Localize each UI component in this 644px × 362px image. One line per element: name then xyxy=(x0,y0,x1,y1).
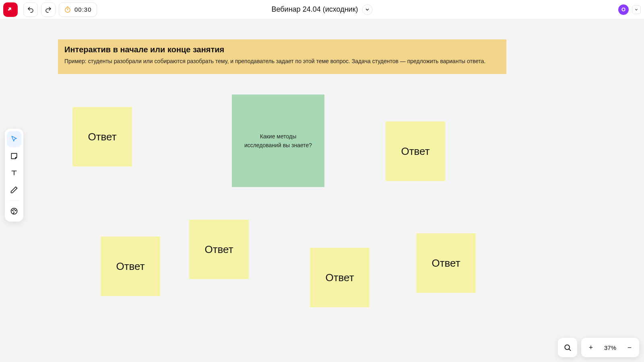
search-icon xyxy=(564,343,572,352)
svg-point-3 xyxy=(14,209,14,210)
question-text: Какие методы исследований вы знаете? xyxy=(243,132,313,150)
answer-label: Ответ xyxy=(325,272,354,284)
zoom-in-button[interactable]: + xyxy=(583,339,599,356)
app-logo[interactable] xyxy=(3,2,18,17)
note-shadow xyxy=(103,293,161,298)
tool-toolbar xyxy=(5,129,23,222)
tool-sticky[interactable] xyxy=(7,148,21,164)
board-title[interactable]: Вебинар 24.04 (исходник) xyxy=(271,5,358,14)
banner-title: Интерактив в начале или конце занятия xyxy=(64,45,500,54)
avatar-letter: O xyxy=(621,6,625,12)
zoom-out-button[interactable]: − xyxy=(621,339,638,356)
zoom-level[interactable]: 37% xyxy=(599,344,621,351)
answer-label: Ответ xyxy=(431,257,460,269)
board-menu-button[interactable] xyxy=(362,4,373,15)
answer-label: Ответ xyxy=(204,243,233,256)
svg-point-4 xyxy=(15,210,16,211)
tool-pen[interactable] xyxy=(7,182,21,198)
timer-value: 00:30 xyxy=(74,6,92,13)
tool-text[interactable] xyxy=(7,165,21,181)
note-shadow xyxy=(312,304,371,310)
note-shadow xyxy=(419,290,477,295)
toolbar-divider xyxy=(9,200,19,201)
banner-subtitle: Пример: студенты разобрали или собираютс… xyxy=(64,58,500,65)
answer-note[interactable]: Ответ xyxy=(386,121,445,181)
palette-icon xyxy=(10,207,18,215)
text-icon xyxy=(10,169,18,177)
answer-note[interactable]: Ответ xyxy=(189,220,249,279)
header-bar: 00:30 Вебинар 24.04 (исходник) O xyxy=(0,0,644,19)
sticky-note-icon xyxy=(10,152,18,160)
redo-icon xyxy=(45,6,52,13)
answer-note[interactable]: Ответ xyxy=(416,233,476,293)
answer-label: Ответ xyxy=(401,145,429,158)
user-menu-button[interactable] xyxy=(632,5,641,14)
canvas[interactable]: Интерактив в начале или конце занятия Пр… xyxy=(0,19,644,362)
stopwatch-icon xyxy=(64,6,71,13)
chevron-down-icon xyxy=(634,8,638,12)
pen-icon xyxy=(10,186,18,194)
tool-more[interactable] xyxy=(7,203,21,219)
zoom-search-button[interactable] xyxy=(558,338,577,357)
note-shadow xyxy=(388,178,446,183)
chevron-down-icon xyxy=(365,7,370,12)
zoom-controls: + 37% − xyxy=(558,338,639,357)
question-note[interactable]: Какие методы исследований вы знаете? xyxy=(232,95,324,187)
answer-note[interactable]: Ответ xyxy=(310,248,369,307)
timer-button[interactable]: 00:30 xyxy=(59,2,97,17)
instruction-banner[interactable]: Интерактив в начале или конце занятия Пр… xyxy=(58,39,506,74)
svg-point-2 xyxy=(12,210,13,211)
redo-button[interactable] xyxy=(41,2,56,17)
user-avatar[interactable]: O xyxy=(618,4,629,15)
tool-select[interactable] xyxy=(7,131,21,147)
note-shadow xyxy=(234,184,326,189)
undo-button[interactable] xyxy=(23,2,38,17)
answer-note[interactable]: Ответ xyxy=(101,237,160,296)
answer-note[interactable]: Ответ xyxy=(72,107,132,167)
undo-icon xyxy=(27,6,34,13)
note-shadow xyxy=(75,163,133,169)
answer-label: Ответ xyxy=(116,260,144,273)
answer-label: Ответ xyxy=(88,131,116,143)
note-shadow xyxy=(192,276,250,282)
cursor-icon xyxy=(10,135,18,143)
